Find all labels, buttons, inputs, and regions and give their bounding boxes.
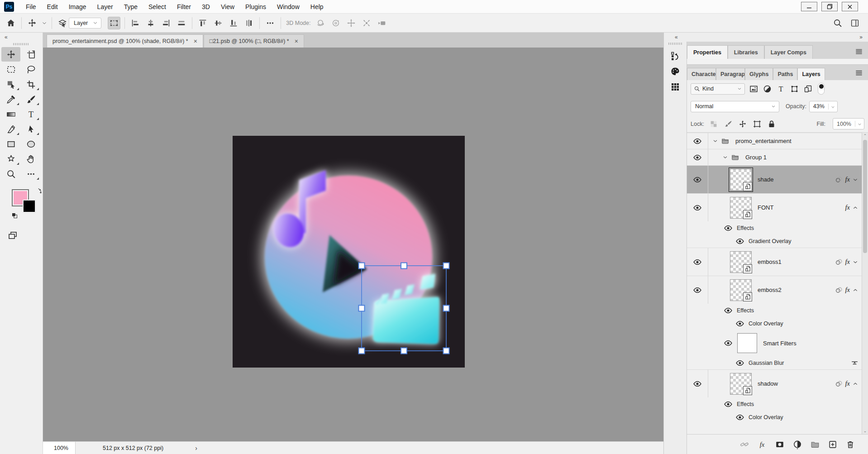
effects-label[interactable]: Effects <box>737 225 754 231</box>
group-expand-chevron[interactable] <box>722 154 729 161</box>
search-icon[interactable] <box>833 18 843 28</box>
align-vertical-centers-button[interactable] <box>212 17 224 29</box>
default-colors-icon[interactable] <box>11 212 19 220</box>
group-name[interactable]: promo_entertainment <box>735 138 792 144</box>
tab-paragrap[interactable]: Paragrap <box>716 68 745 80</box>
artboard-tool[interactable] <box>21 47 40 62</box>
visibility-eye-icon[interactable] <box>693 258 702 267</box>
menu-image[interactable]: Image <box>63 0 92 14</box>
menu-file[interactable]: File <box>20 0 42 14</box>
lock-artboard-icon[interactable] <box>752 119 762 129</box>
effects-header-row[interactable]: Effects <box>687 304 862 317</box>
current-tool-icon[interactable] <box>26 17 38 29</box>
fx-expand-chevron[interactable] <box>852 380 859 387</box>
zoom-level-field[interactable]: 100% <box>43 442 76 454</box>
history-panel-icon[interactable] <box>667 48 683 64</box>
home-icon[interactable] <box>5 17 17 29</box>
brush-tool[interactable] <box>21 92 40 106</box>
layer-thumbnail[interactable] <box>730 251 752 273</box>
filter-blend-options-icon[interactable] <box>850 358 859 367</box>
zoom-tool[interactable] <box>1 167 20 181</box>
visibility-eye-icon[interactable] <box>735 413 744 422</box>
fx-badge[interactable]: fx <box>845 204 850 211</box>
visibility-eye-icon[interactable] <box>724 400 733 409</box>
effect-name[interactable]: Gradient Overlay <box>749 238 791 244</box>
effect-row[interactable]: Gaussian Blur <box>687 356 862 369</box>
tab-glyphs[interactable]: Glyphs <box>745 68 773 80</box>
restore-button[interactable] <box>821 2 838 11</box>
visibility-eye-icon[interactable] <box>735 237 744 246</box>
effect-row[interactable]: Color Overlay <box>687 317 862 330</box>
effect-name[interactable]: Gaussian Blur <box>749 360 784 366</box>
filter-image-icon[interactable] <box>749 84 758 94</box>
visibility-eye-icon[interactable] <box>724 339 733 348</box>
close-tab-icon[interactable]: × <box>295 38 298 45</box>
effect-name[interactable]: Color Overlay <box>749 320 783 327</box>
3d-slide-icon[interactable] <box>360 17 373 29</box>
panel-menu-icon[interactable] <box>854 68 868 80</box>
layer-row[interactable]: shadowfx <box>687 369 862 397</box>
fx-badge[interactable]: fx <box>845 380 850 387</box>
panel-menu-icon[interactable] <box>854 47 868 59</box>
fx-badge[interactable]: fx <box>845 286 850 294</box>
layer-row[interactable]: shadefx <box>687 165 862 193</box>
auto-select-icon[interactable] <box>56 17 69 29</box>
expand-panels-button[interactable]: » <box>859 34 863 40</box>
filter-smart-object-icon[interactable] <box>803 84 813 94</box>
layer-row[interactable]: emboss1fx <box>687 248 862 276</box>
dock-grip[interactable] <box>668 43 682 45</box>
3d-camera-icon[interactable] <box>376 17 388 29</box>
marquee-tool[interactable] <box>1 62 20 76</box>
tab-properties[interactable]: Properties <box>687 45 728 59</box>
hand-tool[interactable] <box>21 152 40 166</box>
collapse-toolbar-button[interactable]: « <box>0 33 43 40</box>
fx-expand-chevron[interactable] <box>852 176 859 183</box>
layers-scrollbar[interactable]: ⌃ ⌄ <box>862 133 868 434</box>
align-right-edges-button[interactable] <box>160 17 172 29</box>
menu-layer[interactable]: Layer <box>92 0 119 14</box>
layer-name[interactable]: shadow <box>758 380 778 387</box>
menu-filter[interactable]: Filter <box>172 0 196 14</box>
pen-tool[interactable] <box>1 122 20 136</box>
smart-filters-thumbnail[interactable] <box>737 333 757 353</box>
close-tab-icon[interactable]: × <box>194 38 197 45</box>
layer-thumbnail[interactable] <box>730 169 752 191</box>
distribute-vertical-button[interactable] <box>243 17 255 29</box>
screen-mode-button[interactable] <box>7 230 18 241</box>
fx-badge[interactable]: fx <box>845 258 850 266</box>
menu-select[interactable]: Select <box>143 0 172 14</box>
toolbar-grip[interactable] <box>13 43 29 45</box>
tab-layers[interactable]: Layers <box>797 68 825 80</box>
effect-row[interactable]: Gradient Overlay <box>687 234 862 248</box>
collapse-panels-button[interactable]: « <box>675 34 678 40</box>
effect-row[interactable]: Color Overlay <box>687 411 862 424</box>
background-color-swatch[interactable] <box>23 200 36 213</box>
new-group-button[interactable] <box>809 439 821 450</box>
menu-edit[interactable]: Edit <box>42 0 63 14</box>
layer-group-row[interactable]: Group 1 <box>687 149 862 165</box>
lasso-tool[interactable] <box>21 62 40 76</box>
document-tab-2[interactable]: □21.psb @ 100% (□, RGB/8#) *× <box>204 34 304 48</box>
color-panel-icon[interactable] <box>667 64 683 79</box>
visibility-eye-icon[interactable] <box>693 137 702 146</box>
menu-plugins[interactable]: Plugins <box>240 0 272 14</box>
blend-mode-dropdown[interactable]: Normal <box>691 101 779 112</box>
group-name[interactable]: Group 1 <box>745 154 767 161</box>
align-horizontal-centers-button[interactable] <box>144 17 157 29</box>
effects-header-row[interactable]: Effects <box>687 397 862 411</box>
layer-thumbnail[interactable] <box>730 197 752 219</box>
object-selection-tool[interactable] <box>1 77 20 91</box>
group-expand-chevron[interactable] <box>712 138 719 144</box>
visibility-eye-icon[interactable] <box>693 175 702 184</box>
layer-name[interactable]: emboss1 <box>758 258 782 265</box>
eyedropper-tool[interactable] <box>1 92 20 106</box>
more-align-options-button[interactable] <box>264 17 277 29</box>
smart-filters-row[interactable]: Smart Filters <box>687 330 862 356</box>
add-mask-button[interactable] <box>774 439 786 450</box>
3d-pan-icon[interactable] <box>345 17 358 29</box>
edit-toolbar[interactable] <box>21 167 40 181</box>
layer-style-button[interactable]: fx <box>756 439 768 450</box>
tab-characte[interactable]: Characte <box>687 68 716 80</box>
menu-view[interactable]: View <box>215 0 240 14</box>
layer-thumbnail[interactable] <box>730 373 752 395</box>
